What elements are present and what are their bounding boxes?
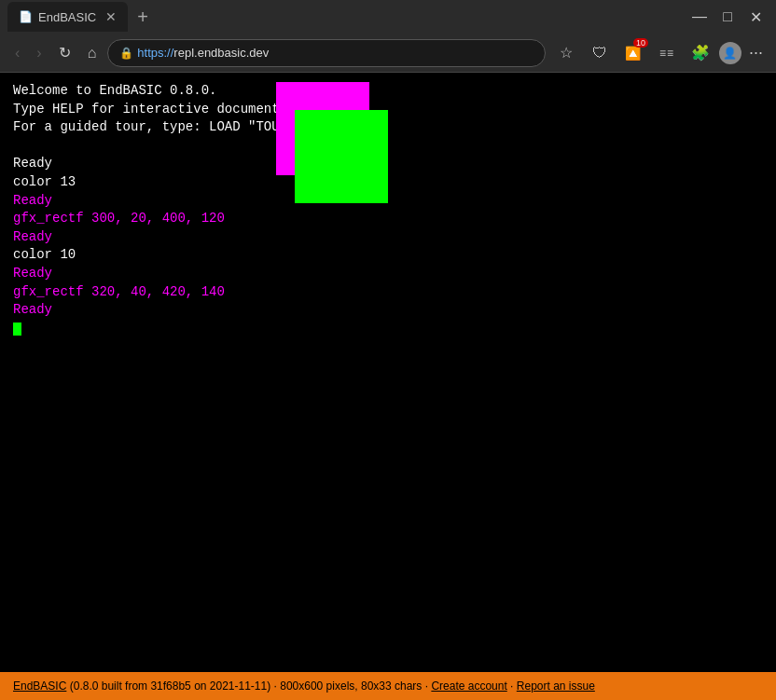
- line-ready-4: Ready: [13, 265, 763, 283]
- welcome-line: Welcome to EndBASIC 0.8.0.: [13, 82, 763, 101]
- line-ready-3: Ready: [13, 228, 763, 247]
- separator-3: ·: [507, 679, 517, 693]
- line-color-10: color 10: [13, 246, 763, 265]
- window-controls: — □ ✕: [686, 4, 769, 30]
- tab-favicon: 📄: [19, 10, 33, 23]
- forward-button[interactable]: ›: [31, 41, 47, 65]
- line-ready-2: Ready: [13, 192, 763, 211]
- extension-up-button[interactable]: 🔼 10: [618, 38, 648, 68]
- maximize-button[interactable]: □: [714, 4, 741, 30]
- new-tab-button[interactable]: +: [132, 7, 154, 28]
- tour-line: For a guided tour, type: LOAD "TOUR.BAS"…: [13, 118, 763, 137]
- help-line: Type HELP for interactive documentation.: [13, 101, 763, 119]
- line-gfx-rectf-1: gfx_rectf 300, 20, 400, 120: [13, 210, 763, 228]
- lock-icon: 🔒: [119, 47, 133, 60]
- terminal[interactable]: Welcome to EndBASIC 0.8.0. Type HELP for…: [0, 73, 776, 672]
- url-bar[interactable]: 🔒 https://repl.endbasic.dev: [107, 39, 546, 67]
- extension-shield-button[interactable]: 🛡: [585, 38, 615, 68]
- home-button[interactable]: ⌂: [82, 41, 103, 65]
- build-info: (0.8.0 built from 31f68b5 on 2021-11-11): [66, 679, 273, 693]
- resolution-info: 800x600 pixels, 80x33 chars: [277, 679, 425, 693]
- back-button[interactable]: ‹: [9, 41, 25, 65]
- app-name-link[interactable]: EndBASIC: [13, 679, 66, 693]
- nav-icons: ☆ 🛡 🔼 10 ≡≡ 🧩 👤 ···: [551, 38, 767, 68]
- active-tab[interactable]: 📄 EndBASIC ✕: [7, 2, 128, 32]
- title-bar: 📄 EndBASIC ✕ + — □ ✕: [0, 0, 776, 34]
- line-ready-5: Ready: [13, 301, 763, 320]
- url-text: https://repl.endbasic.dev: [137, 46, 534, 60]
- extension-menu-button[interactable]: ≡≡: [652, 38, 682, 68]
- user-avatar[interactable]: 👤: [719, 42, 741, 64]
- refresh-button[interactable]: ↻: [53, 40, 76, 65]
- line-gfx-rectf-2: gfx_rectf 320, 40, 420, 140: [13, 283, 763, 302]
- tab-area: 📄 EndBASIC ✕ +: [7, 2, 154, 32]
- browser-menu-button[interactable]: ···: [745, 39, 767, 66]
- tab-title: EndBASIC: [38, 10, 96, 24]
- navigation-bar: ‹ › ↻ ⌂ 🔒 https://repl.endbasic.dev ☆ 🛡 …: [0, 34, 776, 73]
- line-ready-1: Ready: [13, 155, 763, 173]
- close-button[interactable]: ✕: [742, 4, 769, 30]
- extension-star-button[interactable]: ☆: [551, 38, 581, 68]
- badge-count: 10: [633, 38, 648, 48]
- cursor-line: [13, 320, 763, 338]
- tab-close-button[interactable]: ✕: [105, 9, 117, 24]
- create-account-link[interactable]: Create account: [431, 679, 506, 693]
- status-bar: EndBASIC (0.8.0 built from 31f68b5 on 20…: [0, 672, 776, 700]
- line-color-13: color 13: [13, 173, 763, 192]
- extensions-button[interactable]: 🧩: [686, 38, 715, 68]
- minimize-button[interactable]: —: [686, 4, 713, 30]
- report-issue-link[interactable]: Report an issue: [517, 679, 595, 693]
